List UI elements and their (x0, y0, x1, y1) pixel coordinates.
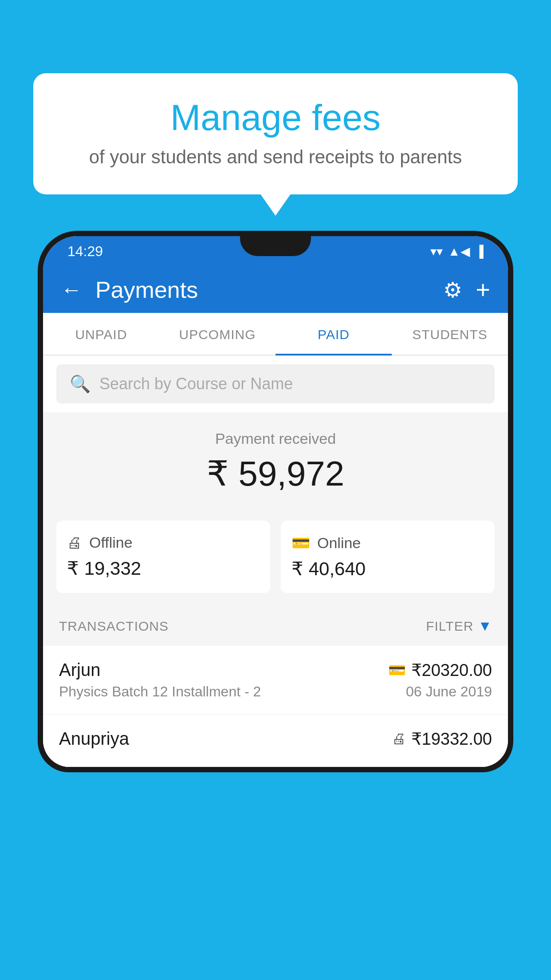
online-card-header: 💳 Online (291, 534, 484, 552)
transaction-top: Arjun 💳 ₹20320.00 (59, 660, 492, 680)
payment-total-amount: ₹ 59,972 (56, 454, 495, 494)
offline-icon: 🖨 (67, 534, 82, 551)
search-icon: 🔍 (70, 374, 91, 394)
offline-payment-card: 🖨 Offline ₹ 19,332 (56, 521, 270, 593)
tab-paid[interactable]: PAID (276, 313, 392, 355)
offline-card-header: 🖨 Offline (67, 534, 260, 551)
status-time: 14:29 (67, 243, 103, 260)
filter-label: FILTER (426, 619, 473, 634)
app-header: ← Payments ⚙ + (43, 266, 508, 313)
status-icons: ▾▾ ▲◀ ▐ (430, 244, 484, 259)
payment-received-label: Payment received (56, 430, 495, 447)
tabs-bar: UNPAID UPCOMING PAID STUDENTS (43, 313, 508, 356)
offline-label: Offline (89, 534, 133, 551)
transactions-label: TRANSACTIONS (59, 619, 169, 634)
transaction-top-2: Anupriya 🖨 ₹19332.00 (59, 729, 492, 749)
search-container: 🔍 Search by Course or Name (43, 356, 508, 412)
online-amount: ₹ 40,640 (291, 558, 484, 580)
online-label: Online (317, 534, 361, 552)
offline-amount: ₹ 19,332 (67, 557, 260, 579)
transaction-bottom: Physics Batch 12 Installment - 2 06 June… (59, 684, 492, 700)
speech-bubble: Manage fees of your students and send re… (33, 73, 518, 194)
payment-summary: Payment received ₹ 59,972 (43, 412, 508, 521)
transaction-name-2: Anupriya (59, 729, 129, 749)
back-button[interactable]: ← (61, 277, 82, 302)
transaction-amount: ₹20320.00 (411, 660, 492, 680)
online-payment-card: 💳 Online ₹ 40,640 (281, 521, 495, 593)
transaction-amount-wrap-2: 🖨 ₹19332.00 (392, 729, 492, 749)
status-bar: 14:29 ▾▾ ▲◀ ▐ (43, 236, 508, 266)
wifi-icon: ▾▾ (430, 244, 443, 259)
phone-wrapper: 14:29 ▾▾ ▲◀ ▐ ← Payments ⚙ + UNPAID UPCO… (38, 231, 513, 980)
transaction-amount-2: ₹19332.00 (411, 729, 492, 749)
transaction-payment-icon-2: 🖨 (392, 731, 406, 747)
speech-bubble-title: Manage fees (60, 98, 491, 138)
transaction-row-anupriya[interactable]: Anupriya 🖨 ₹19332.00 (43, 715, 508, 767)
transactions-header: TRANSACTIONS FILTER ▼ (43, 606, 508, 646)
transaction-amount-wrap: 💳 ₹20320.00 (388, 660, 492, 680)
signal-icon: ▲◀ (448, 244, 470, 259)
transaction-course: Physics Batch 12 Installment - 2 (59, 684, 261, 700)
phone-notch (240, 236, 311, 256)
transaction-row-arjun[interactable]: Arjun 💳 ₹20320.00 Physics Batch 12 Insta… (43, 646, 508, 715)
search-placeholder: Search by Course or Name (99, 375, 293, 393)
filter-icon: ▼ (478, 618, 492, 634)
transaction-name: Arjun (59, 660, 100, 680)
tab-upcoming[interactable]: UPCOMING (159, 313, 276, 355)
speech-bubble-subtitle: of your students and send receipts to pa… (60, 146, 491, 168)
transaction-payment-icon: 💳 (388, 662, 406, 679)
add-button[interactable]: + (476, 275, 490, 304)
phone-outer: 14:29 ▾▾ ▲◀ ▐ ← Payments ⚙ + UNPAID UPCO… (38, 231, 513, 772)
header-title: Payments (95, 277, 430, 303)
battery-icon: ▐ (476, 245, 484, 258)
tab-unpaid[interactable]: UNPAID (43, 313, 159, 355)
settings-icon[interactable]: ⚙ (443, 277, 462, 302)
payment-cards: 🖨 Offline ₹ 19,332 💳 Online ₹ 40,640 (56, 521, 495, 593)
transaction-date: 06 June 2019 (406, 684, 492, 700)
search-box[interactable]: 🔍 Search by Course or Name (56, 364, 495, 403)
tab-students[interactable]: STUDENTS (392, 313, 508, 355)
phone-screen: 14:29 ▾▾ ▲◀ ▐ ← Payments ⚙ + UNPAID UPCO… (43, 236, 508, 767)
online-icon: 💳 (291, 534, 310, 552)
filter-button[interactable]: FILTER ▼ (426, 618, 492, 634)
